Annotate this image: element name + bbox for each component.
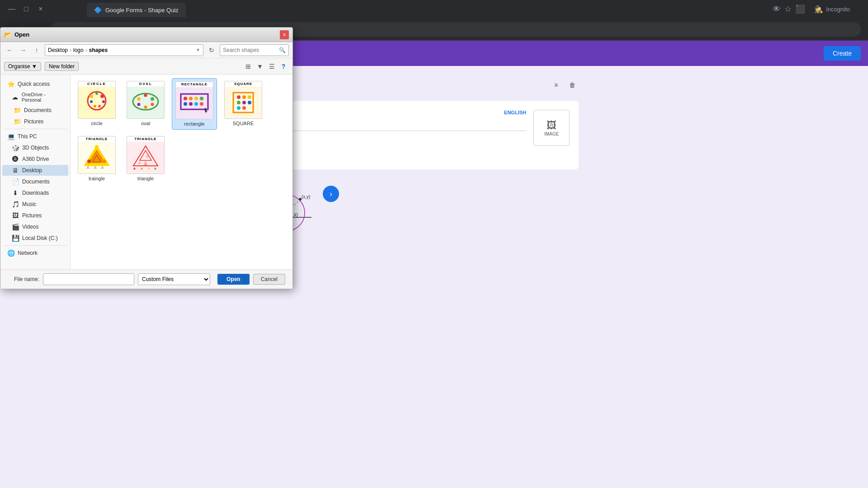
dialog-close-button[interactable]: × <box>280 30 289 39</box>
file-thumb-oval: OVAL <box>127 81 165 119</box>
svg-text:⚠: ⚠ <box>138 161 141 165</box>
dialog-icon: 📂 <box>4 31 12 38</box>
sidebar-separator <box>4 129 66 129</box>
image-box[interactable]: 🖼 IMAGE <box>533 110 570 146</box>
sidebar-item-pictures[interactable]: 📁 Pictures <box>2 116 68 127</box>
view-dropdown-button[interactable]: ▼ <box>255 61 265 72</box>
svg-point-47 <box>103 160 106 163</box>
this-pc-section: 💻 This PC 🎲 3D Objects 🅐 A360 Drive 🖥 De… <box>0 131 70 244</box>
back-nav-button[interactable]: ← <box>4 45 15 56</box>
breadcrumb-sep1: › <box>70 47 71 53</box>
file-name-traingle: traingle <box>89 176 105 181</box>
open-button[interactable]: Open <box>217 274 250 285</box>
search-box[interactable]: 🔍 <box>220 44 289 56</box>
svg-point-22 <box>137 103 141 106</box>
svg-point-24 <box>184 97 187 100</box>
svg-point-35 <box>242 95 246 99</box>
file-name-triangle: triangle <box>137 176 154 181</box>
sidebar-item-documents2[interactable]: 📄 Documents <box>2 176 68 187</box>
music-label: Music <box>22 201 36 207</box>
delete-icon[interactable]: 🗑 <box>566 79 579 91</box>
view-details-button[interactable]: ☰ <box>266 61 277 72</box>
sidebar-item-network[interactable]: 🌐 Network <box>2 248 68 258</box>
music-icon: 🎵 <box>11 201 19 208</box>
svg-marker-32 <box>204 108 208 113</box>
sidebar-item-music[interactable]: 🎵 Music <box>2 199 68 210</box>
dialog-files: CIRCLE <box>71 75 292 269</box>
svg-text:(x,y): (x,y) <box>302 194 310 199</box>
svg-point-38 <box>242 101 246 104</box>
sidebar-item-desktop[interactable]: 🖥 Desktop <box>2 165 68 176</box>
file-name-circle: circle <box>91 121 103 126</box>
dialog-sidebar: ⭐ Quick access ☁ OneDrive - Personal 📁 D… <box>0 75 71 269</box>
search-input[interactable] <box>223 47 277 53</box>
svg-text:⚠: ⚠ <box>146 155 149 159</box>
svg-point-41 <box>242 106 246 110</box>
quick-access-label: Quick access <box>18 81 50 87</box>
search-icon[interactable]: 🔍 <box>279 47 286 53</box>
network-icon: 🌐 <box>7 249 15 257</box>
english-tag: ENGLISH <box>504 110 526 115</box>
svg-text:▲: ▲ <box>140 166 144 170</box>
file-item-traingle[interactable]: TRIANGLE ⚠ ⚠ ⚠ <box>74 133 119 184</box>
tab-label: Google Forms - Shape Quiz <box>105 7 179 14</box>
svg-point-12 <box>102 100 105 103</box>
svg-text:▲: ▲ <box>132 166 137 170</box>
breadcrumb[interactable]: Desktop › logo › shapes ▼ <box>45 44 203 56</box>
browser-controls: — □ × <box>5 3 47 15</box>
next-arrow[interactable]: › <box>323 186 339 202</box>
computer-icon: 💻 <box>7 133 15 140</box>
svg-point-26 <box>194 97 198 100</box>
sidebar-item-downloads[interactable]: ⬇ Downloads <box>2 188 68 198</box>
sidebar-item-local-disk[interactable]: 💾 Local Disk (C:) <box>2 233 68 244</box>
incognito-bar: 🕵 Incognito <box>809 5 855 14</box>
cancel-button[interactable]: Cancel <box>253 274 285 285</box>
sidebar-item-3d-objects[interactable]: 🎲 3D Objects <box>2 142 68 153</box>
svg-point-20 <box>151 103 154 106</box>
browser-tab[interactable]: 🔷 Google Forms - Shape Quiz <box>87 3 186 17</box>
sidebar-item-onedrive[interactable]: ☁ OneDrive - Personal <box>2 90 68 104</box>
file-item-rectangle[interactable]: RECTANGLE <box>172 78 217 130</box>
desktop-icon: 🖥 <box>11 167 19 174</box>
file-item-oval[interactable]: OVAL oval <box>123 78 168 130</box>
file-name-rectangle: rectangle <box>184 121 204 127</box>
file-item-circle[interactable]: CIRCLE <box>74 78 119 130</box>
3d-icon: 🎲 <box>11 144 19 151</box>
svg-point-34 <box>237 95 241 99</box>
svg-point-15 <box>98 105 101 108</box>
svg-point-39 <box>248 101 251 104</box>
this-pc-label: This PC <box>18 133 37 140</box>
sidebar-item-documents[interactable]: 📁 Documents <box>2 105 68 116</box>
minimize-button[interactable]: — <box>5 3 18 15</box>
organise-button[interactable]: Organise ▼ <box>4 62 41 71</box>
sidebar-item-pictures2[interactable]: 🖼 Pictures <box>2 210 68 221</box>
maximize-button[interactable]: □ <box>20 3 33 15</box>
svg-text:⚠: ⚠ <box>94 165 97 169</box>
sidebar-item-quick-access[interactable]: ⭐ Quick access <box>2 79 68 89</box>
refresh-nav-button[interactable]: ↻ <box>206 45 217 56</box>
file-item-square[interactable]: SQUARE <box>221 78 266 130</box>
svg-point-14 <box>94 105 96 108</box>
file-thumb-rectangle: RECTANGLE <box>175 81 213 119</box>
svg-point-17 <box>137 97 141 101</box>
view-tiles-button[interactable]: ⊞ <box>243 61 254 72</box>
svg-point-29 <box>189 102 193 106</box>
help-button[interactable]: ? <box>278 61 289 72</box>
sidebar-item-videos[interactable]: 🎬 Videos <box>2 221 68 232</box>
file-item-triangle[interactable]: TRIANGLE ▲ ▲ ▲ ▲ ⚠ ⚠ <box>123 133 168 184</box>
pictures2-label: Pictures <box>22 212 42 219</box>
create-button[interactable]: Create <box>824 46 861 61</box>
close-button[interactable]: × <box>34 3 47 15</box>
sidebar-item-a360[interactable]: 🅐 A360 Drive <box>2 154 68 164</box>
dialog-action-bar: Organise ▼ New folder ⊞ ▼ ☰ ? <box>0 58 292 75</box>
menu-icon[interactable]: ≡ <box>550 79 562 91</box>
new-folder-button[interactable]: New folder <box>45 62 79 71</box>
svg-point-30 <box>194 102 198 106</box>
up-nav-button[interactable]: ↑ <box>31 45 42 56</box>
sidebar-item-this-pc[interactable]: 💻 This PC <box>2 131 68 142</box>
forward-nav-button[interactable]: → <box>18 45 28 56</box>
pictures-label: Pictures <box>24 118 43 125</box>
svg-point-19 <box>151 97 154 101</box>
file-name-input[interactable] <box>43 273 134 285</box>
file-type-select[interactable]: Custom Files All Files (*.*) Image Files <box>138 273 210 285</box>
